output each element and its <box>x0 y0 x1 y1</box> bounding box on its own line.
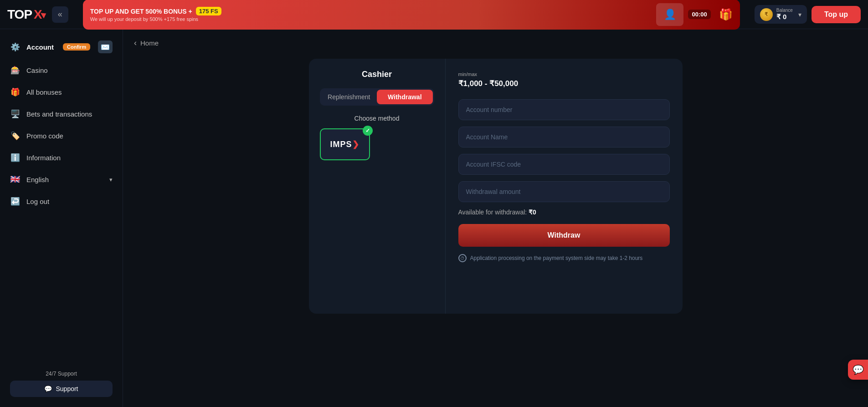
sidebar-item-label-language: English <box>26 176 49 183</box>
cashier-card: Cashier Replenishment Withdrawal Choose … <box>309 59 683 314</box>
information-icon: ℹ️ <box>10 153 20 163</box>
sidebar: ⚙️ Account Confirm ✉️ 🎰 Casino 🎁 All bon… <box>0 29 123 407</box>
language-flag-icon: 🇬🇧 <box>10 174 20 184</box>
available-amount: ₹0 <box>529 209 536 216</box>
promo-figure: 👤 <box>656 3 683 26</box>
confirm-badge: Confirm <box>63 43 90 51</box>
available-label: Available for withdrawal: <box>458 209 527 216</box>
logo-text: TOP <box>7 7 32 22</box>
form-group-ifsc <box>458 154 670 175</box>
topbar-right: ₹ Balance ₹ 0 ▾ Top up <box>755 5 861 24</box>
logout-icon: ↩️ <box>10 196 20 206</box>
promo-banner: TOP UP AND GET 500% BONUS + 175 FS We wi… <box>83 0 740 30</box>
sidebar-item-all-bonuses[interactable]: 🎁 All bonuses <box>0 81 123 103</box>
sidebar-item-label-bets: Bets and transactions <box>26 110 92 118</box>
cashier-tabs: Replenishment Withdrawal <box>320 88 434 106</box>
sidebar-item-label-bonuses: All bonuses <box>26 88 62 96</box>
form-group-account-name <box>458 127 670 148</box>
email-icon: ✉️ <box>98 41 113 53</box>
sidebar-item-label-account: Account <box>26 43 54 51</box>
processing-note-text: Application processing on the payment sy… <box>470 255 643 261</box>
sidebar-item-label-casino: Casino <box>26 66 48 74</box>
form-group-withdrawal-amount <box>458 181 670 202</box>
balance-coin-icon: ₹ <box>760 8 773 21</box>
promo-main-text: TOP UP AND GET 500% BONUS + 175 FS We wi… <box>90 7 221 22</box>
balance-amount: ₹ 0 <box>776 13 793 21</box>
support-btn-label: Support <box>56 385 78 392</box>
method-card-imps[interactable]: ✓ IMPS❯ <box>320 128 370 160</box>
withdraw-button[interactable]: Withdraw <box>458 224 670 247</box>
support-chat-icon: 💬 <box>44 385 52 392</box>
choose-method-label: Choose method <box>320 115 434 122</box>
cashier-right-panel: min/max ₹1,000 - ₹50,000 Available for w… <box>446 59 683 314</box>
sidebar-item-promo-code[interactable]: 🏷️ Promo code <box>0 125 123 147</box>
tab-withdrawal[interactable]: Withdrawal <box>377 90 433 104</box>
casino-icon: 🎰 <box>10 65 20 75</box>
sidebar-item-account[interactable]: ⚙️ Account Confirm ✉️ <box>0 35 123 59</box>
minmax-label: min/max <box>458 71 670 77</box>
breadcrumb[interactable]: ‹ Home <box>134 38 857 48</box>
sidebar-item-casino[interactable]: 🎰 Casino <box>0 59 123 81</box>
balance-dropdown-icon[interactable]: ▾ <box>798 11 801 18</box>
bonuses-icon: 🎁 <box>10 87 20 97</box>
minmax-value: ₹1,000 - ₹50,000 <box>458 79 670 88</box>
promo-fs-badge: 175 FS <box>196 7 221 15</box>
balance-box[interactable]: ₹ Balance ₹ 0 ▾ <box>755 5 807 24</box>
cashier-title: Cashier <box>320 70 434 79</box>
account-ifsc-input[interactable] <box>458 154 670 175</box>
sidebar-item-logout[interactable]: ↩️ Log out <box>0 190 123 212</box>
sidebar-item-label-promo: Promo code <box>26 132 63 140</box>
breadcrumb-back-icon: ‹ <box>134 38 137 48</box>
sidebar-collapse-button[interactable]: « <box>52 6 68 23</box>
tab-replenishment[interactable]: Replenishment <box>321 90 377 104</box>
chat-bubble-icon: 💬 <box>853 364 864 375</box>
logo: TOPX <box>7 7 46 22</box>
sidebar-item-language[interactable]: 🇬🇧 English ▾ <box>0 168 123 190</box>
sidebar-item-label-logout: Log out <box>26 198 49 205</box>
promo-timer: 00:00 <box>688 10 710 19</box>
imps-arrow: ❯ <box>352 140 360 149</box>
sidebar-item-label-information: Information <box>26 154 61 162</box>
account-number-input[interactable] <box>458 99 670 120</box>
breadcrumb-home: Home <box>140 39 159 47</box>
method-grid: ✓ IMPS❯ <box>320 128 434 160</box>
support-button[interactable]: 💬 Support <box>10 381 113 397</box>
main-layout: ⚙️ Account Confirm ✉️ 🎰 Casino 🎁 All bon… <box>0 29 868 407</box>
content-area: ‹ Home Cashier Replenishment Withdrawal … <box>123 29 868 407</box>
method-selected-check-icon: ✓ <box>363 126 373 136</box>
account-name-input[interactable] <box>458 127 670 148</box>
imps-logo: IMPS❯ <box>330 139 359 149</box>
available-text: Available for withdrawal: ₹0 <box>458 209 670 216</box>
promo-gift-icon: 🎁 <box>719 8 733 21</box>
sidebar-item-bets-transactions[interactable]: 🖥️ Bets and transactions <box>0 103 123 125</box>
topup-button[interactable]: Top up <box>812 6 861 23</box>
account-icon: ⚙️ <box>10 42 20 52</box>
sidebar-item-information[interactable]: ℹ️ Information <box>0 147 123 168</box>
balance-label: Balance <box>776 8 793 13</box>
chevron-down-icon: ▾ <box>109 176 113 183</box>
promo-text: TOP UP AND GET 500% BONUS + <box>90 8 192 15</box>
logo-x: X <box>34 7 42 22</box>
cashier-left-panel: Cashier Replenishment Withdrawal Choose … <box>309 59 446 314</box>
processing-note: ⏱ Application processing on the payment … <box>458 254 670 262</box>
promo-sub-text: We will up your deposit by 500% +175 fre… <box>90 16 221 22</box>
form-group-account-number <box>458 99 670 120</box>
withdrawal-amount-input[interactable] <box>458 181 670 202</box>
sidebar-support: 24/7 Support 💬 Support <box>0 366 123 402</box>
topbar: TOPX « TOP UP AND GET 500% BONUS + 175 F… <box>0 0 868 29</box>
chat-bubble-button[interactable]: 💬 <box>848 360 868 380</box>
support-label: 24/7 Support <box>10 371 113 377</box>
promo-icon: 🏷️ <box>10 131 20 141</box>
clock-icon: ⏱ <box>458 254 467 262</box>
bets-icon: 🖥️ <box>10 109 20 119</box>
balance-info: Balance ₹ 0 <box>776 8 793 21</box>
